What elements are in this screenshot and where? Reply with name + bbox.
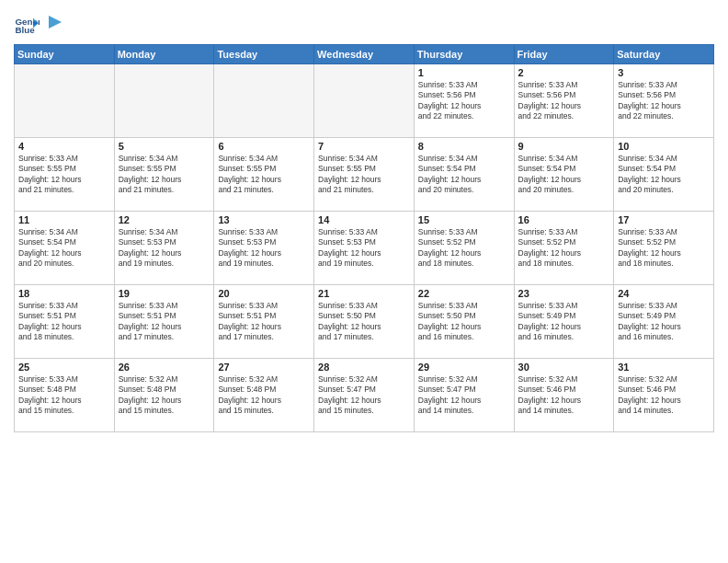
calendar-cell: 15Sunrise: 5:33 AM Sunset: 5:52 PM Dayli… bbox=[414, 212, 514, 285]
calendar-cell: 12Sunrise: 5:34 AM Sunset: 5:53 PM Dayli… bbox=[114, 212, 214, 285]
day-number: 29 bbox=[418, 362, 510, 373]
weekday-header-row: Sunday Monday Tuesday Wednesday Thursday… bbox=[15, 45, 714, 64]
header-wednesday: Wednesday bbox=[314, 45, 415, 64]
calendar-cell: 22Sunrise: 5:33 AM Sunset: 5:50 PM Dayli… bbox=[414, 285, 514, 359]
calendar-cell: 30Sunrise: 5:32 AM Sunset: 5:46 PM Dayli… bbox=[514, 359, 614, 432]
calendar-cell: 19Sunrise: 5:33 AM Sunset: 5:51 PM Dayli… bbox=[114, 285, 214, 359]
day-number: 27 bbox=[218, 362, 310, 373]
day-info: Sunrise: 5:33 AM Sunset: 5:52 PM Dayligh… bbox=[418, 227, 510, 270]
calendar-cell bbox=[15, 64, 115, 138]
day-info: Sunrise: 5:33 AM Sunset: 5:51 PM Dayligh… bbox=[119, 301, 210, 343]
calendar-cell: 25Sunrise: 5:33 AM Sunset: 5:48 PM Dayli… bbox=[15, 359, 115, 432]
calendar-cell: 11Sunrise: 5:34 AM Sunset: 5:54 PM Dayli… bbox=[15, 212, 115, 285]
day-number: 2 bbox=[518, 67, 610, 78]
day-number: 19 bbox=[119, 288, 210, 299]
day-number: 3 bbox=[618, 67, 710, 78]
day-number: 14 bbox=[318, 214, 410, 225]
day-info: Sunrise: 5:33 AM Sunset: 5:53 PM Dayligh… bbox=[318, 227, 410, 270]
day-info: Sunrise: 5:34 AM Sunset: 5:54 PM Dayligh… bbox=[418, 154, 510, 196]
day-info: Sunrise: 5:34 AM Sunset: 5:55 PM Dayligh… bbox=[218, 154, 310, 196]
calendar-cell: 26Sunrise: 5:32 AM Sunset: 5:48 PM Dayli… bbox=[114, 359, 214, 432]
header-monday: Monday bbox=[114, 45, 214, 64]
calendar-cell: 18Sunrise: 5:33 AM Sunset: 5:51 PM Dayli… bbox=[15, 285, 115, 359]
header-sunday: Sunday bbox=[15, 45, 115, 64]
svg-text:Blue: Blue bbox=[15, 25, 35, 35]
day-number: 15 bbox=[418, 214, 510, 225]
calendar-cell: 10Sunrise: 5:34 AM Sunset: 5:54 PM Dayli… bbox=[614, 138, 714, 212]
header-friday: Friday bbox=[514, 45, 614, 64]
calendar-cell: 27Sunrise: 5:32 AM Sunset: 5:48 PM Dayli… bbox=[214, 359, 314, 432]
day-number: 11 bbox=[18, 214, 110, 225]
day-info: Sunrise: 5:33 AM Sunset: 5:52 PM Dayligh… bbox=[618, 227, 710, 270]
calendar-week-row: 11Sunrise: 5:34 AM Sunset: 5:54 PM Dayli… bbox=[15, 212, 714, 285]
day-number: 24 bbox=[618, 288, 710, 299]
calendar-cell: 8Sunrise: 5:34 AM Sunset: 5:54 PM Daylig… bbox=[414, 138, 514, 212]
header-saturday: Saturday bbox=[614, 45, 714, 64]
day-number: 22 bbox=[418, 288, 510, 299]
day-number: 30 bbox=[518, 362, 610, 373]
day-info: Sunrise: 5:34 AM Sunset: 5:55 PM Dayligh… bbox=[119, 154, 210, 196]
calendar-cell: 9Sunrise: 5:34 AM Sunset: 5:54 PM Daylig… bbox=[514, 138, 614, 212]
day-number: 8 bbox=[418, 141, 510, 152]
day-info: Sunrise: 5:33 AM Sunset: 5:52 PM Dayligh… bbox=[518, 227, 610, 270]
day-info: Sunrise: 5:33 AM Sunset: 5:49 PM Dayligh… bbox=[518, 301, 610, 343]
calendar-cell: 2Sunrise: 5:33 AM Sunset: 5:56 PM Daylig… bbox=[514, 64, 614, 138]
calendar-body: 1Sunrise: 5:33 AM Sunset: 5:56 PM Daylig… bbox=[15, 64, 714, 432]
day-number: 20 bbox=[218, 288, 310, 299]
calendar-week-row: 18Sunrise: 5:33 AM Sunset: 5:51 PM Dayli… bbox=[15, 285, 714, 359]
calendar-cell: 5Sunrise: 5:34 AM Sunset: 5:55 PM Daylig… bbox=[114, 138, 214, 212]
calendar-cell: 31Sunrise: 5:32 AM Sunset: 5:46 PM Dayli… bbox=[614, 359, 714, 432]
calendar-cell: 20Sunrise: 5:33 AM Sunset: 5:51 PM Dayli… bbox=[214, 285, 314, 359]
calendar-cell bbox=[214, 64, 314, 138]
calendar-cell: 29Sunrise: 5:32 AM Sunset: 5:47 PM Dayli… bbox=[414, 359, 514, 432]
day-info: Sunrise: 5:32 AM Sunset: 5:46 PM Dayligh… bbox=[518, 374, 610, 417]
calendar-week-row: 1Sunrise: 5:33 AM Sunset: 5:56 PM Daylig… bbox=[15, 64, 714, 138]
calendar-cell: 21Sunrise: 5:33 AM Sunset: 5:50 PM Dayli… bbox=[314, 285, 415, 359]
header: General Blue bbox=[14, 9, 714, 39]
day-info: Sunrise: 5:34 AM Sunset: 5:55 PM Dayligh… bbox=[318, 154, 410, 196]
day-info: Sunrise: 5:34 AM Sunset: 5:54 PM Dayligh… bbox=[618, 154, 710, 196]
calendar-cell: 28Sunrise: 5:32 AM Sunset: 5:47 PM Dayli… bbox=[314, 359, 415, 432]
calendar-cell: 23Sunrise: 5:33 AM Sunset: 5:49 PM Dayli… bbox=[514, 285, 614, 359]
calendar-cell: 14Sunrise: 5:33 AM Sunset: 5:53 PM Dayli… bbox=[314, 212, 415, 285]
day-info: Sunrise: 5:33 AM Sunset: 5:50 PM Dayligh… bbox=[318, 301, 410, 343]
day-number: 6 bbox=[218, 141, 310, 152]
day-info: Sunrise: 5:32 AM Sunset: 5:48 PM Dayligh… bbox=[218, 374, 310, 417]
calendar-cell: 6Sunrise: 5:34 AM Sunset: 5:55 PM Daylig… bbox=[214, 138, 314, 212]
calendar-cell: 1Sunrise: 5:33 AM Sunset: 5:56 PM Daylig… bbox=[414, 64, 514, 138]
day-info: Sunrise: 5:34 AM Sunset: 5:54 PM Dayligh… bbox=[18, 227, 110, 270]
header-thursday: Thursday bbox=[414, 45, 514, 64]
calendar-cell bbox=[314, 64, 415, 138]
day-number: 28 bbox=[318, 362, 410, 373]
day-number: 12 bbox=[119, 214, 210, 225]
day-number: 7 bbox=[318, 141, 410, 152]
day-info: Sunrise: 5:33 AM Sunset: 5:56 PM Dayligh… bbox=[618, 80, 710, 122]
day-number: 1 bbox=[418, 67, 510, 78]
day-number: 10 bbox=[618, 141, 710, 152]
logo-icon: General Blue bbox=[14, 13, 40, 39]
day-info: Sunrise: 5:34 AM Sunset: 5:53 PM Dayligh… bbox=[119, 227, 210, 270]
day-info: Sunrise: 5:33 AM Sunset: 5:51 PM Dayligh… bbox=[18, 301, 110, 343]
day-info: Sunrise: 5:34 AM Sunset: 5:54 PM Dayligh… bbox=[518, 154, 610, 196]
logo-arrow-icon bbox=[45, 12, 65, 32]
header-tuesday: Tuesday bbox=[214, 45, 314, 64]
day-number: 23 bbox=[518, 288, 610, 299]
day-number: 17 bbox=[618, 214, 710, 225]
calendar-table: Sunday Monday Tuesday Wednesday Thursday… bbox=[14, 44, 714, 432]
calendar-cell: 7Sunrise: 5:34 AM Sunset: 5:55 PM Daylig… bbox=[314, 138, 415, 212]
day-info: Sunrise: 5:32 AM Sunset: 5:47 PM Dayligh… bbox=[418, 374, 510, 417]
logo: General Blue bbox=[14, 13, 65, 39]
page: General Blue Sunday Monday Tuesday bbox=[0, 0, 728, 442]
day-number: 25 bbox=[18, 362, 110, 373]
day-number: 26 bbox=[119, 362, 210, 373]
day-number: 9 bbox=[518, 141, 610, 152]
day-number: 18 bbox=[18, 288, 110, 299]
day-number: 4 bbox=[18, 141, 110, 152]
day-info: Sunrise: 5:33 AM Sunset: 5:53 PM Dayligh… bbox=[218, 227, 310, 270]
day-info: Sunrise: 5:32 AM Sunset: 5:48 PM Dayligh… bbox=[119, 374, 210, 417]
day-info: Sunrise: 5:33 AM Sunset: 5:56 PM Dayligh… bbox=[518, 80, 610, 122]
day-number: 5 bbox=[119, 141, 210, 152]
day-number: 16 bbox=[518, 214, 610, 225]
svg-marker-4 bbox=[49, 16, 62, 29]
day-info: Sunrise: 5:32 AM Sunset: 5:46 PM Dayligh… bbox=[618, 374, 710, 417]
